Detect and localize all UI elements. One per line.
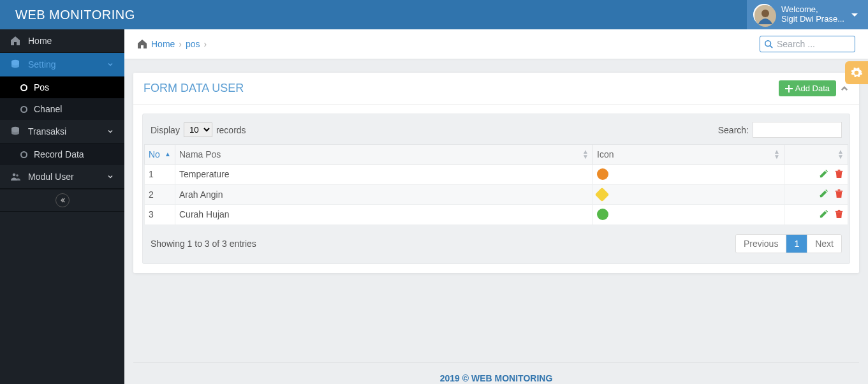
nav-chanel-label: Chanel (34, 104, 62, 114)
status-icon (595, 188, 610, 202)
pencil-icon (819, 209, 828, 219)
crumb-pos[interactable]: pos (186, 39, 200, 49)
nav-modul-user[interactable]: Modul User (0, 165, 124, 189)
nav-transaksi[interactable]: Transaksi (0, 120, 124, 144)
page-1[interactable]: 1 (786, 235, 807, 253)
database-icon (10, 59, 20, 70)
sidebar-collapse[interactable] (0, 189, 124, 212)
table-row: 1 Temperature (145, 165, 848, 185)
col-nama[interactable]: Nama Pos ▲▼ (175, 145, 593, 165)
cell-icon (593, 205, 784, 225)
cell-icon (593, 184, 784, 205)
page-prev[interactable]: Previous (736, 235, 786, 253)
dt-search-label: Search: (718, 125, 749, 135)
pencil-icon (819, 169, 828, 179)
panel-title: FORM DATA USER (143, 82, 244, 95)
delete-button[interactable] (834, 168, 844, 179)
sidebar: Home Setting Pos Chanel Tra (0, 29, 124, 384)
delete-button[interactable] (834, 189, 844, 199)
trash-icon (834, 209, 844, 219)
edit-button[interactable] (818, 209, 828, 219)
svg-point-5 (16, 174, 18, 177)
svg-point-1 (761, 10, 769, 17)
plus-icon (785, 85, 793, 92)
display-label: Display (151, 125, 180, 135)
table-row: 2 Arah Angin (145, 184, 848, 205)
nav-setting-submenu: Pos Chanel (0, 77, 124, 120)
nav-record-data-label: Record Data (34, 149, 84, 159)
chevron-left-icon (55, 193, 70, 207)
nav-transaksi-label: Transaksi (28, 126, 66, 137)
cell-no: 1 (145, 165, 175, 185)
svg-point-4 (13, 174, 16, 177)
delete-button[interactable] (834, 209, 844, 219)
breadcrumb-bar: Home › pos › (124, 29, 868, 59)
status-icon (597, 209, 608, 220)
chevron-down-icon (851, 13, 858, 20)
nav-home[interactable]: Home (0, 29, 124, 53)
search-icon (764, 40, 773, 48)
pencil-icon (819, 189, 828, 198)
add-data-button[interactable]: Add Data (779, 80, 836, 96)
settings-fab[interactable] (845, 61, 868, 84)
avatar (753, 4, 775, 26)
search-input[interactable] (760, 36, 855, 52)
page-size-select[interactable]: 10 (184, 122, 212, 137)
edit-button[interactable] (818, 168, 828, 179)
circle-icon (20, 84, 27, 91)
nav-transaksi-submenu: Record Data (0, 144, 124, 165)
dt-search-input[interactable] (753, 122, 842, 138)
edit-button[interactable] (818, 189, 828, 199)
chevron-down-icon (107, 61, 114, 68)
nav-record-data[interactable]: Record Data (0, 144, 124, 165)
topbar: WEB MONITORING Welcome, Sigit Dwi Prase.… (0, 0, 868, 29)
panel: FORM DATA USER Add Data Di (133, 73, 859, 273)
add-data-label: Add Data (795, 84, 830, 93)
cell-no: 2 (145, 184, 175, 205)
gear-icon (850, 66, 863, 79)
users-icon (10, 172, 20, 182)
home-icon (10, 36, 20, 46)
nav-pos-label: Pos (34, 82, 49, 92)
brand: WEB MONITORING (0, 8, 151, 22)
chevron-down-icon (107, 173, 114, 181)
nav-modul-user-label: Modul User (28, 172, 74, 182)
nav-home-label: Home (28, 36, 52, 46)
chevron-right-icon: › (204, 39, 207, 49)
chevron-right-icon: › (179, 39, 182, 49)
trash-icon (834, 189, 844, 198)
status-icon (597, 168, 608, 180)
nav-chanel[interactable]: Chanel (0, 98, 124, 120)
page-next[interactable]: Next (807, 235, 841, 253)
cell-nama: Arah Angin (175, 184, 593, 205)
dt-info: Showing 1 to 3 of 3 entries (151, 239, 256, 249)
pagination: Previous 1 Next (735, 234, 842, 253)
circle-icon (20, 106, 27, 113)
circle-icon (20, 151, 27, 158)
user-text: Welcome, Sigit Dwi Prase... (781, 5, 845, 24)
col-actions[interactable]: ▲▼ (784, 145, 848, 165)
col-no[interactable]: No ▲ (145, 145, 175, 165)
footer: 2019 © WEB MONITORING (133, 362, 859, 385)
crumb-home[interactable]: Home (151, 39, 175, 49)
chevron-up-icon (840, 84, 849, 93)
panel-collapse-toggle[interactable] (840, 84, 849, 93)
nav-pos[interactable]: Pos (0, 77, 124, 98)
cell-no: 3 (145, 205, 175, 225)
welcome-label: Welcome, (781, 5, 845, 15)
records-label: records (216, 125, 246, 135)
nav-setting-label: Setting (28, 59, 56, 70)
svg-point-6 (765, 41, 771, 47)
nav-setting[interactable]: Setting (0, 53, 124, 77)
chevron-down-icon (107, 128, 114, 135)
cell-nama: Temperature (175, 165, 593, 185)
col-icon[interactable]: Icon ▲▼ (593, 145, 784, 165)
table-row: 3 Curah Hujan (145, 205, 848, 225)
user-menu[interactable]: Welcome, Sigit Dwi Prase... (747, 0, 868, 29)
trash-icon (834, 169, 844, 179)
cell-icon (593, 165, 784, 185)
database-icon (10, 126, 20, 137)
home-icon (137, 39, 147, 49)
user-name: Sigit Dwi Prase... (781, 15, 845, 24)
cell-nama: Curah Hujan (175, 205, 593, 225)
